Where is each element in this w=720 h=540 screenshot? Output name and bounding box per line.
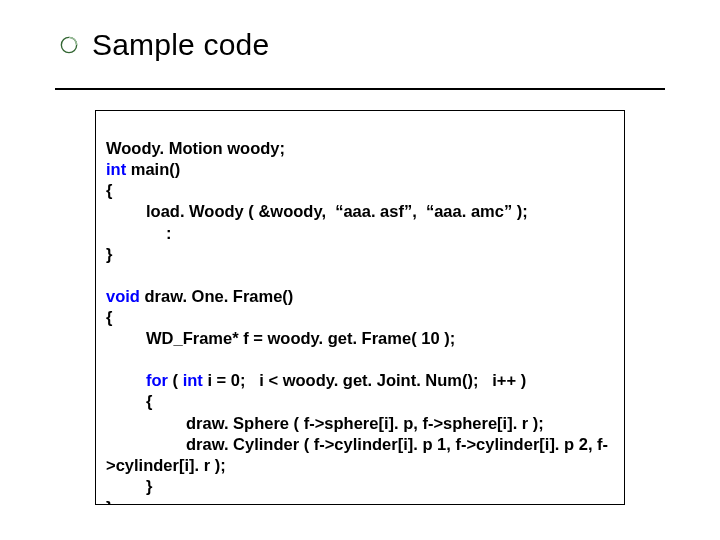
- slide-title: Sample code: [92, 28, 269, 62]
- keyword: for: [146, 371, 168, 389]
- slide: Sample code Woody. Motion woody;int main…: [0, 0, 720, 540]
- keyword: void: [106, 287, 140, 305]
- code-line: }: [106, 244, 614, 265]
- code-line: WD_Frame* f = woody. get. Frame( 10 );: [106, 328, 614, 349]
- code-line: load. Woody ( &woody, “aaa. asf”, “aaa. …: [106, 201, 614, 222]
- code-line: Woody. Motion woody;: [106, 138, 614, 159]
- code-box: Woody. Motion woody;int main(){load. Woo…: [95, 110, 625, 505]
- code-line: draw. Cylinder ( f->cylinder[i]. p 1, f-…: [106, 434, 614, 455]
- code-text: ; i < woody. get. Joint. Num(); i++ ): [240, 371, 526, 389]
- code-line: {: [106, 307, 614, 328]
- keyword: int: [183, 371, 203, 389]
- code-text: (: [168, 371, 183, 389]
- code-line: }: [106, 497, 614, 505]
- keyword: int: [106, 160, 126, 178]
- code-text: main(): [126, 160, 180, 178]
- blank-line: [106, 349, 614, 370]
- code-line: >cylinder[i]. r );: [106, 455, 614, 476]
- code-line: {: [106, 180, 614, 201]
- code-line: :: [106, 223, 614, 244]
- code-line: }: [106, 476, 614, 497]
- horizontal-rule: [55, 88, 665, 90]
- code-line: for ( int i = 0; i < woody. get. Joint. …: [106, 370, 614, 391]
- code-line: void draw. One. Frame(): [106, 286, 614, 307]
- code-line: int main(): [106, 159, 614, 180]
- blank-line: [106, 265, 614, 286]
- code-text: draw. One. Frame(): [140, 287, 293, 305]
- code-line: draw. Sphere ( f->sphere[i]. p, f->spher…: [106, 413, 614, 434]
- bullet-icon: [60, 36, 78, 54]
- code-text: i = 0: [203, 371, 240, 389]
- code-line: {: [106, 391, 614, 412]
- title-row: Sample code: [0, 0, 720, 72]
